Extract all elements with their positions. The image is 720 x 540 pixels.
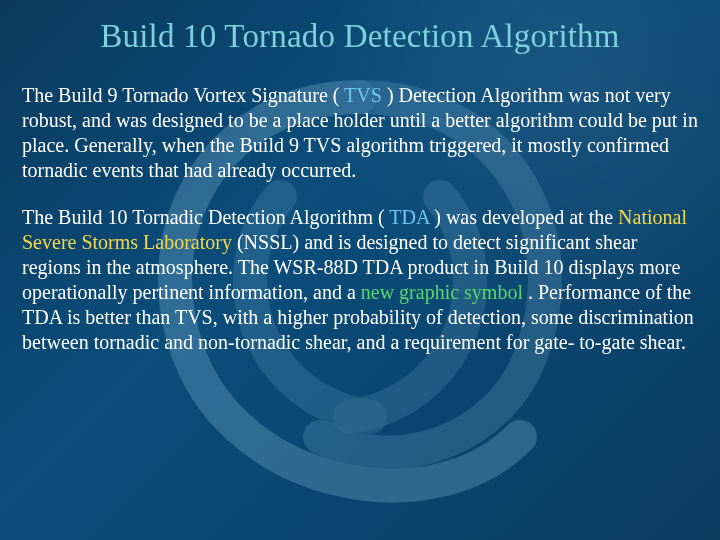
paragraph-2: The Build 10 Tornadic Detection Algorith… <box>22 205 698 355</box>
p2-text-b: ) was developed at the <box>429 206 618 228</box>
p2-text-a: The Build 10 Tornadic Detection Algorith… <box>22 206 389 228</box>
tvs-term: TVS <box>344 84 382 106</box>
paragraph-1: The Build 9 Tornado Vortex Signature ( T… <box>22 83 698 183</box>
new-graphic-symbol-term: new graphic symbol <box>361 281 523 303</box>
slide-content: Build 10 Tornado Detection Algorithm The… <box>0 0 720 355</box>
slide-title: Build 10 Tornado Detection Algorithm <box>22 18 698 55</box>
tda-term: TDA <box>389 206 429 228</box>
p1-text-a: The Build 9 Tornado Vortex Signature ( <box>22 84 344 106</box>
